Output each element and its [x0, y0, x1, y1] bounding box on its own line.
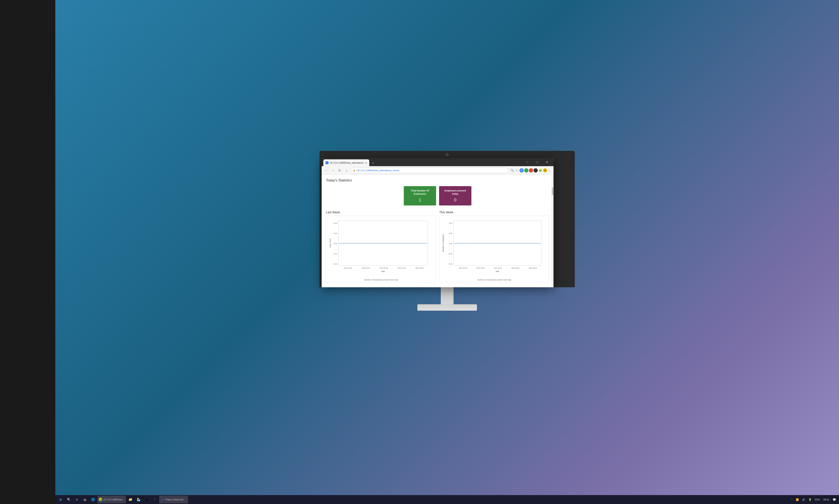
ext-red-icon[interactable]: [529, 168, 533, 173]
employees-present-value: 0: [441, 198, 469, 202]
svg-text:0.02: 0.02: [334, 232, 337, 234]
svg-text:0.02: 0.02: [449, 232, 452, 234]
svg-rect-0: [339, 221, 428, 265]
windows-icon: ⊞: [58, 497, 63, 502]
svg-text:−0.04: −0.04: [333, 263, 337, 265]
forward-button[interactable]: →: [330, 168, 336, 173]
monitor-assembly: 127.0.0.1:8000/view_attendance ✕ + ─ □ ✕…: [320, 151, 575, 311]
edge-icon: 🌐: [91, 497, 95, 502]
desktop: 127.0.0.1:8000/view_attendance ✕ + ─ □ ✕…: [55, 0, 839, 504]
page-title: Today's Statistics: [326, 179, 549, 182]
last-week-chart: 0.04 0.02 0.00 −0.02: [328, 218, 432, 277]
last-week-chart-box: 0.04 0.02 0.00 −0.02: [326, 216, 436, 283]
svg-text:2021-03-22: 2021-03-22: [344, 267, 352, 269]
minimize-button[interactable]: ─: [523, 158, 532, 166]
chrome-taskbar-item[interactable]: 127.0.0.1:8000/view_at...: [98, 496, 126, 503]
taskview-icon: ⧉: [74, 497, 79, 502]
employees-present-card: Employees present today 0: [439, 186, 472, 205]
battery-icon[interactable]: 🔋: [807, 496, 813, 503]
taskbar: ⊞ 🔍 ⧉ ▦ 🌐 127.0.0.1:8000/view_at... 📁 🏪: [55, 495, 839, 504]
clock[interactable]: 23:11: [822, 496, 831, 503]
page-content: Today's Statistics Total Number Of Emplo…: [322, 175, 553, 287]
notifications-button[interactable]: 💬: [831, 496, 837, 503]
teams-item[interactable]: T: [151, 496, 158, 503]
left-strip: [0, 0, 55, 504]
svg-text:emp_count: emp_count: [329, 238, 331, 248]
language-indicator[interactable]: ENG: [814, 496, 821, 503]
address-text: 127.0.0.1:8000/view_attendance_home: [356, 169, 399, 172]
svg-text:2021-03-29: 2021-03-29: [459, 267, 467, 269]
store-item[interactable]: 🏪: [135, 496, 142, 503]
word-item[interactable]: W Project_Report.docx [...: [159, 496, 188, 503]
file-manager-item[interactable]: 📁: [127, 496, 134, 503]
svg-text:date: date: [381, 270, 385, 272]
total-employees-value: 1: [406, 198, 434, 202]
task-view[interactable]: ⧉: [73, 496, 81, 503]
svg-text:2021-04-02: 2021-04-02: [529, 267, 537, 269]
search-ext-icon[interactable]: 🔍: [510, 168, 514, 173]
home-button[interactable]: ⌂: [344, 168, 349, 173]
stats-cards-area: Total Number Of Employees 1 Employees pr…: [326, 186, 549, 205]
back-button[interactable]: ←: [323, 168, 329, 173]
svg-text:2021-03-24: 2021-03-24: [380, 267, 388, 269]
network-icon[interactable]: 📶: [794, 496, 800, 503]
menu-icon[interactable]: ⋮: [548, 168, 552, 173]
charts-section: Last Week 0.04 0.02: [326, 211, 549, 283]
last-week-panel: Last Week 0.04 0.02: [326, 211, 436, 283]
file-manager-icon: 📁: [128, 497, 133, 502]
page-scrollbar[interactable]: [551, 175, 553, 287]
refresh-button[interactable]: ↻: [337, 168, 342, 173]
scrollbar-thumb[interactable]: [552, 187, 553, 195]
tray-arrow[interactable]: ^: [790, 496, 793, 503]
edge-icon-item[interactable]: 🌐: [89, 496, 97, 503]
this-week-panel: This Week 0.04 0.02: [439, 211, 549, 283]
bookmark-icon[interactable]: ☆: [515, 168, 519, 173]
profile-icon[interactable]: ★: [543, 168, 547, 173]
tab-close-icon[interactable]: ✕: [365, 161, 367, 164]
widgets-icon: ▦: [83, 497, 87, 502]
monitor-bezel: 127.0.0.1:8000/view_attendance ✕ + ─ □ ✕…: [320, 151, 575, 287]
browser-chrome: 127.0.0.1:8000/view_attendance ✕ + ─ □ ✕…: [322, 158, 553, 175]
chrome-taskbar-icon: [99, 498, 103, 501]
svg-text:−0.04: −0.04: [448, 263, 452, 265]
total-employees-label: Total Number Of Employees: [406, 189, 434, 196]
svg-text:date: date: [496, 270, 499, 272]
this-week-caption: Number of employees present each day: [441, 279, 547, 281]
svg-text:2021-03-26: 2021-03-26: [415, 267, 424, 269]
favicon-icon: [325, 161, 328, 164]
maximize-button[interactable]: □: [532, 158, 542, 166]
lock-icon: 🔒: [353, 169, 356, 172]
last-week-title: Last Week: [326, 211, 436, 214]
svg-text:2021-03-25: 2021-03-25: [398, 267, 406, 269]
svg-text:0.04: 0.04: [334, 222, 337, 224]
svg-text:0.00: 0.00: [449, 242, 452, 245]
start-button[interactable]: ⊞: [57, 496, 64, 503]
time-text: 23:11: [823, 498, 829, 501]
extensions-icon[interactable]: 🧩: [538, 168, 543, 173]
window-controls: ─ □ ✕: [523, 158, 552, 166]
svg-text:−0.02: −0.02: [448, 253, 452, 255]
this-week-chart-box: 0.04 0.02 0.00 −0.02: [439, 216, 549, 283]
mail-item[interactable]: ✉: [143, 496, 150, 503]
svg-text:−0.02: −0.02: [333, 253, 337, 255]
store-icon: 🏪: [136, 497, 141, 502]
system-tray: ^ 📶 🔊 🔋 ENG 23:11 💬: [790, 496, 837, 503]
monitor-stand-neck: [441, 287, 453, 304]
address-input[interactable]: 🔒 127.0.0.1:8000/view_attendance_home: [350, 168, 509, 173]
volume-icon[interactable]: 🔊: [801, 496, 806, 503]
employees-present-label: Employees present today: [441, 189, 469, 196]
ext-dark-icon[interactable]: [533, 168, 538, 173]
taskbar-search[interactable]: 🔍: [65, 496, 72, 503]
ext-green-icon[interactable]: [524, 168, 528, 173]
close-button[interactable]: ✕: [542, 158, 552, 166]
widgets-button[interactable]: ▦: [81, 496, 88, 503]
svg-text:0.00: 0.00: [334, 242, 337, 245]
active-tab[interactable]: 127.0.0.1:8000/view_attendance ✕: [323, 159, 369, 166]
new-tab-button[interactable]: +: [370, 160, 376, 166]
chrome-icon: C: [519, 168, 524, 173]
this-week-title: This Week: [439, 211, 549, 214]
svg-text:2021-04-01: 2021-04-01: [511, 267, 519, 269]
total-employees-card: Total Number Of Employees 1: [404, 186, 436, 205]
svg-rect-19: [453, 221, 541, 265]
extension-icons: 🔍 ☆ C 🧩 ★ ⋮: [510, 168, 552, 173]
